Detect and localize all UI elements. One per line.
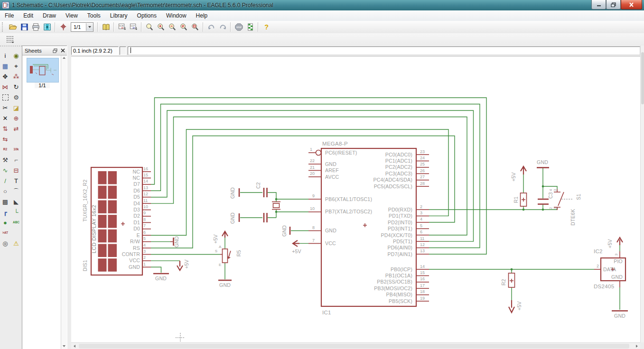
tool-value[interactable]: 10k (11, 144, 21, 155)
tool-copy[interactable]: ⁂ (11, 71, 21, 82)
zoom-select-button[interactable] (178, 22, 189, 32)
tool-arc[interactable]: ⌒ (11, 186, 21, 196)
tool-attribute[interactable]: >AT (0, 228, 10, 238)
horizontal-scrollbar-thumb[interactable] (79, 344, 629, 349)
tool-junction[interactable]: ● (0, 217, 10, 228)
menu-window[interactable]: Window (161, 11, 191, 20)
grid-button[interactable] (3, 35, 17, 44)
scroll-right-icon[interactable] (634, 343, 640, 349)
toolbar-handle[interactable] (2, 22, 5, 32)
tool-label[interactable]: ABC (11, 217, 21, 228)
tool-mark[interactable]: ⌖ (11, 61, 21, 71)
component-ic2-ds2405[interactable]: +5V IC2 3 2 PIO DATA GND DS2405 GND (594, 238, 628, 319)
component-dis1-lcd[interactable]: TUXGR_16X2_R2 LCD DISPLAY 16x2 DIS1 NCNC… (82, 166, 151, 276)
schematic-canvas[interactable]: TUXGR_16X2_R2 LCD DISPLAY 16x2 DIS1 NCNC… (71, 56, 640, 343)
power-symbols-ic1[interactable]: GND +5V (281, 225, 301, 254)
power-symbols-dis1[interactable]: GND +5V GND (153, 236, 189, 281)
close-panel-button[interactable] (59, 47, 66, 54)
tool-group[interactable] (0, 92, 10, 102)
vertical-scrollbar[interactable] (640, 46, 644, 342)
tool-rect[interactable]: ▩ (0, 196, 10, 207)
tool-pinswap[interactable]: ⇅ (0, 123, 10, 134)
tool-smash[interactable]: ⚒ (0, 155, 10, 165)
component-r5-pot[interactable]: +5V A S E R5 GND (213, 231, 242, 288)
tool-text[interactable]: T (11, 175, 21, 186)
minimize-button[interactable] (591, 0, 606, 9)
tool-cut[interactable]: ✂ (0, 102, 10, 113)
menu-tools[interactable]: Tools (83, 11, 105, 20)
sheet-thumbnail-label[interactable]: 1/1 (35, 83, 50, 88)
menu-edit[interactable]: Edit (19, 11, 38, 20)
menu-help[interactable]: Help (191, 11, 213, 20)
tool-bus[interactable]: ┏ (0, 207, 10, 217)
tool-display[interactable]: ▦ (0, 61, 10, 71)
zoom-redraw-button[interactable] (189, 22, 201, 32)
tool-paste[interactable]: ◪ (11, 102, 21, 113)
scroll-up-icon[interactable] (63, 57, 65, 59)
tool-replace[interactable]: ⇄ (11, 123, 21, 134)
tool-rotate[interactable]: ↻ (11, 82, 21, 92)
tool-delete[interactable]: ✕ (0, 113, 10, 123)
save-button[interactable] (19, 22, 30, 32)
print-button[interactable] (30, 22, 41, 32)
tool-erc[interactable]: ◎ (0, 238, 10, 248)
command-input[interactable] (128, 46, 640, 55)
component-ic1-mega8[interactable]: MEGA8-P IC1 PC6(/RESET) GND AREF AVCC PB… (308, 141, 429, 315)
redo-button[interactable] (217, 22, 228, 32)
tool-mirror[interactable]: ⋈ (0, 82, 10, 92)
close-button[interactable] (621, 0, 642, 9)
library-button[interactable] (100, 22, 112, 32)
component-c3[interactable]: GND C3 (537, 159, 553, 204)
zoom-out-button[interactable] (167, 22, 178, 32)
menu-file[interactable]: File (0, 11, 19, 20)
title-bar[interactable]: 1 Schematic - C:\Users\Piotrek\Documents… (0, 0, 644, 11)
run-script-button[interactable]: SCR (116, 22, 128, 32)
menu-options[interactable]: Options (132, 11, 161, 20)
coordinate-mode-box[interactable] (120, 46, 126, 55)
svg-text:GND: GND (537, 159, 548, 165)
tool-miter[interactable]: ⌐ (11, 155, 21, 165)
horizontal-scrollbar[interactable] (71, 342, 640, 349)
tool-circle[interactable]: ○ (0, 186, 10, 196)
tool-name[interactable]: R2 (0, 144, 10, 155)
scroll-down-icon[interactable] (63, 345, 65, 347)
menu-view[interactable]: View (61, 11, 83, 20)
tool-add[interactable]: ⊕ (11, 113, 21, 123)
component-s1-switch[interactable]: 4 3 2 1 S1 DTE6K (549, 189, 581, 225)
panel-scrollbar[interactable] (61, 55, 67, 349)
open-board-button[interactable] (57, 22, 69, 32)
export-image-button[interactable] (41, 22, 53, 32)
stop-button[interactable]: STOP (233, 22, 244, 32)
svg-text:PB4(MISO): PB4(MISO) (386, 292, 412, 297)
zoom-fit-button[interactable] (144, 22, 155, 32)
component-r1[interactable]: +5V R1 (511, 166, 527, 206)
maximize-button[interactable] (606, 0, 621, 9)
svg-text:PB3(MOSI/OC2): PB3(MOSI/OC2) (374, 285, 412, 291)
undo-button[interactable] (205, 22, 217, 32)
open-button[interactable] (7, 22, 19, 32)
tool-info[interactable]: i (0, 50, 10, 61)
tool-show[interactable]: ◉ (11, 50, 21, 61)
tool-move[interactable]: ✥ (0, 71, 10, 82)
sheet-selector[interactable]: 1/1 (71, 22, 93, 32)
float-panel-button[interactable] (51, 47, 58, 54)
dropdown-arrow-icon[interactable] (86, 23, 93, 31)
tool-gateswap[interactable]: ⇆ (0, 134, 10, 144)
help-button[interactable]: ? (261, 22, 272, 32)
menu-draw[interactable]: Draw (38, 11, 61, 20)
tool-change[interactable]: ⚙ (11, 92, 21, 102)
sheets-panel-header[interactable]: Sheets (22, 46, 67, 55)
tool-split[interactable]: ∿ (0, 165, 10, 175)
scroll-left-icon[interactable] (71, 343, 78, 349)
tool-invoke[interactable]: ⊟ (11, 165, 21, 175)
tool-wire[interactable]: / (0, 175, 10, 186)
tool-net[interactable]: └ (11, 207, 21, 217)
menu-library[interactable]: Library (105, 11, 132, 20)
ratsnest-button[interactable] (244, 22, 256, 32)
zoom-in-button[interactable] (155, 22, 167, 32)
run-ulp-button[interactable]: ULP (128, 22, 139, 32)
tool-polygon[interactable]: ◣ (11, 196, 21, 207)
vertical-scrollbar-thumb[interactable] (641, 52, 644, 104)
tool-errors[interactable]: ⚠ (11, 238, 21, 248)
sheet-thumbnail[interactable] (27, 58, 59, 83)
